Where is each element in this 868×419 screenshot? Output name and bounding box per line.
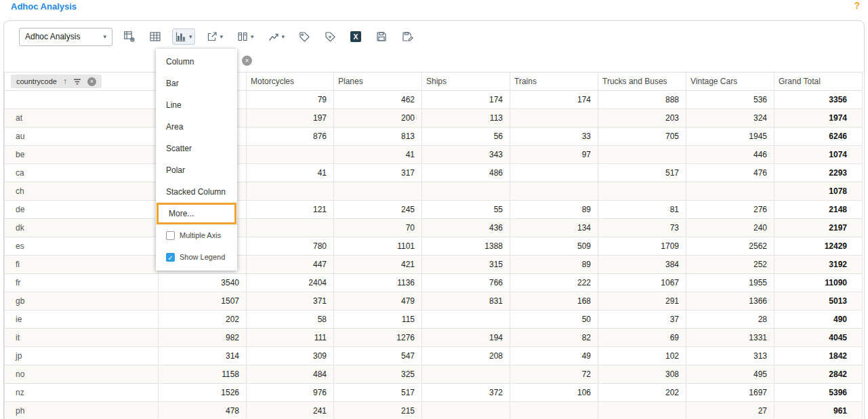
row-label: be <box>5 146 159 164</box>
grand-total-cell: 1974 <box>774 109 863 127</box>
menu-item-column[interactable]: Column <box>156 51 237 73</box>
help-icon[interactable]: ? <box>854 0 860 11</box>
countrycode-filter-chip[interactable]: countrycode ↑ × <box>11 75 102 88</box>
sort-asc-icon[interactable]: ↑ <box>63 77 67 86</box>
value-cell: 174 <box>510 91 598 109</box>
report-select[interactable]: Adhoc Analysis ▾ <box>19 28 112 46</box>
value-cell: 202 <box>159 311 247 329</box>
value-cell: 476 <box>686 164 774 182</box>
menu-item-line[interactable]: Line <box>156 94 237 116</box>
row-label: jp <box>5 347 159 365</box>
conditional-format-tag-icon <box>324 31 336 43</box>
menu-option-multiple-axis[interactable]: Multiple Axis <box>156 224 237 246</box>
value-cell: 462 <box>334 91 422 109</box>
chevron-down-icon: ▾ <box>220 34 224 40</box>
remove-field-icon[interactable]: × <box>87 77 96 86</box>
value-cell: 315 <box>422 256 510 274</box>
value-cell: 49 <box>510 347 598 365</box>
checkbox-checked-icon[interactable]: ✓ <box>166 253 175 262</box>
value-cell: 486 <box>422 164 510 182</box>
value-cell: 73 <box>598 219 686 237</box>
value-cell: 813 <box>334 127 422 146</box>
grand-total-cell: 12429 <box>774 237 863 256</box>
value-cell: 1136 <box>334 274 422 292</box>
value-cell <box>510 402 598 419</box>
value-cell: 168 <box>510 292 598 311</box>
excel-export-icon: X <box>350 31 362 43</box>
grand-total-cell: 2842 <box>774 365 863 384</box>
pivot-body: countrycode ↑ × MotorcyclesPlanesShipsTr… <box>5 73 863 419</box>
value-cell <box>422 311 510 329</box>
grand-total-cell: 2293 <box>774 164 863 182</box>
value-cell: 1709 <box>598 237 686 256</box>
export-button[interactable]: ▾ <box>203 28 226 45</box>
value-cell: 982 <box>159 329 247 347</box>
row-label: no <box>5 365 159 384</box>
grid-view-button[interactable] <box>146 28 164 45</box>
value-cell: 50 <box>510 311 598 329</box>
grand-total-cell: 2197 <box>774 219 863 237</box>
menu-item-scatter[interactable]: Scatter <box>156 138 237 159</box>
highlight-box: More... <box>157 203 236 224</box>
menu-item-polar[interactable]: Polar <box>156 159 237 181</box>
value-cell: 876 <box>247 127 334 146</box>
value-cell: 547 <box>334 347 422 365</box>
row-label: ph <box>5 402 159 419</box>
pivot-settings-button[interactable] <box>121 28 138 45</box>
value-cell: 215 <box>334 402 422 419</box>
value-cell: 313 <box>686 347 774 365</box>
value-cell: 1366 <box>686 292 774 311</box>
checkbox-unchecked-icon[interactable] <box>166 231 175 240</box>
tab-close-icon[interactable]: × <box>242 56 252 66</box>
chart-type-button[interactable]: ▾ <box>172 28 195 45</box>
value-cell: 325 <box>334 365 422 384</box>
value-cell: 1101 <box>334 237 422 256</box>
row-field-header-cell: countrycode ↑ × <box>5 73 159 91</box>
value-cell: 517 <box>334 384 422 402</box>
pivot-header-row: countrycode ↑ × MotorcyclesPlanesShipsTr… <box>5 73 863 91</box>
column-header: Motorcycles <box>247 73 334 91</box>
menu-item-bar[interactable]: Bar <box>156 73 237 94</box>
value-cell: 447 <box>247 256 334 274</box>
report-select-value: Adhoc Analysis <box>25 32 80 41</box>
value-cell: 1388 <box>422 237 510 256</box>
value-cell: 121 <box>247 201 334 219</box>
menu-item-more[interactable]: More... <box>159 205 234 222</box>
value-cell: 222 <box>510 274 598 292</box>
menu-item-area[interactable]: Area <box>156 116 237 138</box>
value-cell <box>422 402 510 419</box>
value-cell: 208 <box>422 347 510 365</box>
save-button[interactable] <box>373 28 390 45</box>
value-cell: 70 <box>334 219 422 237</box>
column-layout-button[interactable]: ▾ <box>234 28 257 45</box>
export-icon <box>206 31 218 43</box>
value-cell: 41 <box>334 146 422 164</box>
value-cell: 252 <box>686 256 774 274</box>
grand-total-cell: 1074 <box>774 146 863 164</box>
value-cell <box>247 146 334 164</box>
value-cell <box>686 182 774 201</box>
table-row: no1158484325723084952842 <box>5 365 863 384</box>
line-chart-button[interactable]: ▾ <box>265 28 288 45</box>
filter-menu-icon[interactable] <box>73 79 81 85</box>
value-cell: 780 <box>247 237 334 256</box>
menu-option-show-legend[interactable]: ✓Show Legend <box>156 246 237 268</box>
grand-total-cell: 490 <box>774 311 863 329</box>
chart-type-menu: ColumnBarLineAreaScatterPolarStacked Col… <box>156 49 237 271</box>
format-tag-button[interactable] <box>295 28 313 45</box>
checkbox-label: Show Legend <box>180 253 225 261</box>
value-cell: 343 <box>422 146 510 164</box>
value-cell: 446 <box>686 146 774 164</box>
column-layout-icon <box>236 31 249 43</box>
table-row: es780110113885091709256212429 <box>5 237 863 256</box>
value-cell: 1158 <box>159 365 247 384</box>
save-as-button[interactable] <box>398 28 416 45</box>
conditional-format-button[interactable] <box>321 28 339 45</box>
value-cell: 478 <box>159 402 247 419</box>
value-cell: 245 <box>334 201 422 219</box>
value-cell: 2562 <box>686 237 774 256</box>
value-cell: 89 <box>510 256 598 274</box>
value-cell: 495 <box>686 365 774 384</box>
menu-item-stacked-column[interactable]: Stacked Column <box>156 181 237 203</box>
excel-export-button[interactable]: X <box>347 28 365 45</box>
